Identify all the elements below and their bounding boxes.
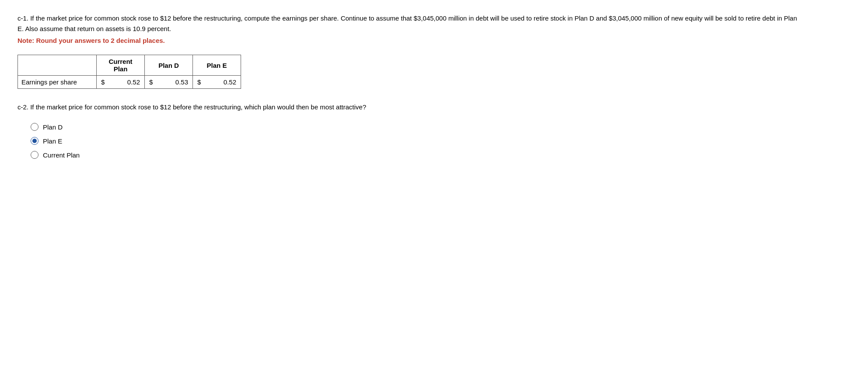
- radio-group: Plan D Plan E Current Plan: [31, 123, 850, 159]
- radio-item-plan-e[interactable]: Plan E: [31, 137, 850, 145]
- radio-label-plan-e: Plan E: [43, 137, 62, 145]
- plan-e-value: 0.52: [206, 76, 241, 89]
- radio-label-current-plan: Current Plan: [43, 151, 80, 159]
- radio-label-plan-d: Plan D: [43, 123, 63, 131]
- radio-item-plan-d[interactable]: Plan D: [31, 123, 850, 131]
- radio-plan-e-dot: [32, 139, 37, 143]
- c2-question-text: c-2. If the market price for common stoc…: [18, 102, 805, 112]
- table-header-current-plan: Current Plan: [97, 55, 145, 76]
- radio-current-plan[interactable]: [31, 151, 38, 159]
- current-plan-value: 0.52: [110, 76, 145, 89]
- table-header-plan-d: Plan D: [145, 55, 193, 76]
- row-label: Earnings per share: [18, 76, 97, 89]
- table-header-plan-e: Plan E: [193, 55, 241, 76]
- current-plan-currency: $: [97, 76, 110, 89]
- c1-note: Note: Round your answers to 2 decimal pl…: [18, 37, 850, 44]
- table-header-empty: [18, 55, 97, 76]
- table-row: Earnings per share $ 0.52 $ 0.53 $ 0.52: [18, 76, 241, 89]
- radio-plan-d[interactable]: [31, 123, 38, 131]
- plan-d-value: 0.53: [158, 76, 193, 89]
- earnings-table: Current Plan Plan D Plan E Earnings per …: [18, 55, 241, 89]
- radio-plan-e[interactable]: [31, 137, 38, 145]
- radio-item-current-plan[interactable]: Current Plan: [31, 151, 850, 159]
- plan-d-currency: $: [145, 76, 158, 89]
- c1-question-text: c-1. If the market price for common stoc…: [18, 13, 805, 34]
- plan-e-currency: $: [193, 76, 206, 89]
